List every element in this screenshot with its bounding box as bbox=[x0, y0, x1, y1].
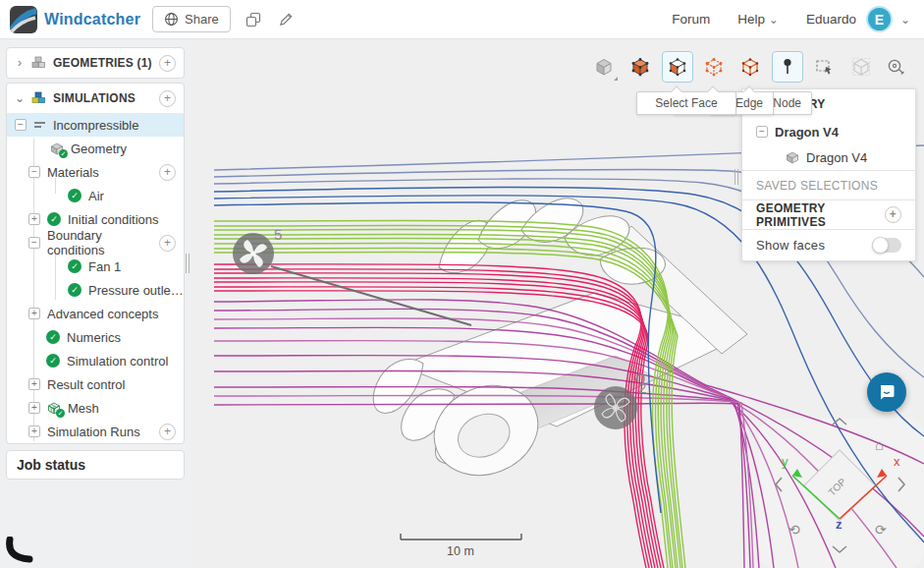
collapse-toggle-icon[interactable]: − bbox=[15, 119, 27, 131]
select-face-tool[interactable] bbox=[662, 51, 693, 83]
tree-item-label: Pressure outle… bbox=[88, 283, 184, 298]
tree-item-simulation-runs[interactable]: + Simulation Runs + bbox=[7, 420, 184, 443]
share-button[interactable]: Share bbox=[152, 6, 231, 32]
probe-point-tool[interactable] bbox=[772, 51, 803, 83]
tooltip-select-face: Select Face bbox=[636, 91, 736, 115]
box-select-icon bbox=[814, 57, 834, 77]
tree-item-label: Result control bbox=[47, 377, 125, 392]
add-primitive-button[interactable]: + bbox=[885, 206, 901, 223]
expand-toggle-icon[interactable]: + bbox=[28, 213, 40, 225]
select-node-tool[interactable] bbox=[734, 51, 766, 83]
user-avatar[interactable]: E bbox=[866, 6, 893, 32]
add-simulation-button[interactable]: + bbox=[159, 90, 176, 107]
rename-project-button[interactable] bbox=[276, 9, 298, 30]
geometry-primitives-header: GEOMETRY PRIMITIVES + bbox=[742, 199, 915, 229]
tree-item-label: Advanced concepts bbox=[47, 307, 158, 321]
select-edge-tool[interactable] bbox=[698, 51, 730, 83]
select-volume-tool[interactable] bbox=[588, 51, 620, 83]
axis-x-label: x bbox=[894, 454, 900, 469]
tree-item-pressure-outlet[interactable]: ✓ Pressure outle… bbox=[7, 278, 184, 302]
select-body-tool[interactable] bbox=[625, 51, 656, 83]
home-view-icon[interactable]: ⌂ bbox=[875, 436, 884, 453]
multi-select-tool-disabled bbox=[845, 51, 877, 83]
panel-resize-handle[interactable] bbox=[734, 169, 735, 185]
fan-marker-5-label: 5 bbox=[274, 226, 282, 243]
help-menu[interactable]: Help ⌄ bbox=[728, 12, 788, 27]
scale-bar-label: 10 m bbox=[447, 544, 474, 558]
share-button-label: Share bbox=[185, 12, 219, 27]
expand-toggle-icon[interactable]: + bbox=[28, 308, 40, 319]
tree-item-mesh[interactable]: + ✓ Mesh bbox=[7, 396, 184, 420]
tree-item-fan-1[interactable]: ✓ Fan 1 bbox=[7, 255, 184, 278]
disabled-cube-icon bbox=[851, 57, 871, 77]
simulations-header[interactable]: SIMULATIONS bbox=[53, 91, 136, 105]
show-faces-label: Show faces bbox=[756, 238, 825, 253]
user-menu-chevron-icon[interactable]: ⌄ bbox=[900, 15, 910, 25]
geometry-cube-icon bbox=[786, 151, 799, 164]
tree-item-materials[interactable]: − Materials + bbox=[7, 160, 184, 184]
geometries-header[interactable]: GEOMETRIES (1) bbox=[53, 56, 152, 70]
tree-item-label: Air bbox=[88, 189, 104, 203]
rotate-ccw-icon[interactable]: ⟲ bbox=[788, 522, 800, 538]
node-cube-icon bbox=[740, 57, 760, 77]
rotate-cw-icon[interactable]: ⟳ bbox=[875, 522, 887, 538]
job-status-panel[interactable]: Job status bbox=[6, 450, 185, 480]
box-select-tool[interactable] bbox=[808, 51, 840, 83]
collapse-toggle-icon[interactable]: − bbox=[756, 126, 768, 138]
tree-item-advanced-concepts[interactable]: + Advanced concepts bbox=[7, 302, 184, 325]
job-status-label: Job status bbox=[17, 457, 85, 473]
tree-item-geometry[interactable]: ✓ Geometry bbox=[7, 137, 184, 160]
app-logo[interactable] bbox=[10, 6, 37, 33]
mesh-icon: ✓ bbox=[47, 402, 61, 415]
check-icon: ✓ bbox=[68, 189, 82, 202]
geometries-icon bbox=[31, 56, 46, 70]
measuring-tape-icon bbox=[886, 57, 905, 77]
geometries-section: › GEOMETRIES (1) + bbox=[6, 47, 185, 79]
add-geometry-button[interactable]: + bbox=[159, 55, 176, 72]
tree-item-label: Boundary conditions bbox=[47, 228, 152, 257]
chevron-down-icon: ⌄ bbox=[769, 13, 779, 27]
geometry-group-row[interactable]: − Dragon V4 bbox=[742, 119, 915, 144]
collapse-toggle-icon[interactable]: − bbox=[28, 237, 40, 249]
expand-toggle-icon[interactable]: + bbox=[28, 402, 40, 414]
tree-item-label: Simulation control bbox=[67, 354, 168, 369]
fan-marker-2-label: 2 bbox=[638, 379, 646, 396]
top-bar-right: Forum Help ⌄ Eduardo E ⌄ bbox=[662, 6, 924, 32]
chevron-right-icon[interactable]: › bbox=[15, 56, 25, 70]
chat-bubble-icon bbox=[877, 382, 897, 402]
user-name: Eduardo bbox=[796, 12, 858, 27]
tree-item-boundary-conditions[interactable]: − Boundary conditions + bbox=[7, 231, 184, 255]
toggle-knob bbox=[872, 237, 889, 254]
project-title[interactable]: Windcatcher bbox=[44, 11, 140, 28]
tree-item-air[interactable]: ✓ Air bbox=[7, 184, 184, 207]
add-material-button[interactable]: + bbox=[159, 164, 176, 181]
tree-item-simulation-control[interactable]: ✓ Simulation control bbox=[7, 349, 184, 372]
support-chat-button[interactable] bbox=[867, 372, 906, 412]
axis-y-label: y bbox=[782, 454, 788, 469]
fan-leader-line bbox=[271, 266, 471, 325]
expand-toggle-icon[interactable]: + bbox=[28, 378, 40, 390]
axis-z-label: z bbox=[836, 517, 842, 532]
collapse-toggle-icon[interactable]: − bbox=[28, 166, 40, 178]
windcatcher-geometry[interactable] bbox=[363, 196, 747, 490]
copy-icon bbox=[245, 12, 261, 28]
show-faces-row: Show faces bbox=[742, 229, 915, 260]
tree-item-label: Mesh bbox=[68, 401, 99, 416]
tree-item-numerics[interactable]: ✓ Numerics bbox=[7, 325, 184, 349]
tree-item-incompressible[interactable]: − Incompressible bbox=[7, 113, 184, 137]
forum-link[interactable]: Forum bbox=[662, 12, 720, 27]
measure-tool[interactable] bbox=[880, 51, 911, 83]
chevron-down-icon[interactable]: ⌄ bbox=[15, 91, 25, 105]
sidebar-resize-handle[interactable] bbox=[186, 254, 187, 273]
tree-item-result-control[interactable]: + Result control bbox=[7, 372, 184, 396]
edge-cube-icon bbox=[704, 57, 724, 77]
add-simulation-run-button[interactable]: + bbox=[159, 424, 176, 440]
copy-project-button[interactable] bbox=[243, 9, 264, 30]
top-bar: Windcatcher Share Forum Help ⌄ bbox=[0, 0, 924, 39]
tree-item-label: Incompressible bbox=[53, 118, 138, 133]
show-faces-toggle[interactable] bbox=[872, 238, 901, 253]
add-boundary-condition-button[interactable]: + bbox=[159, 235, 176, 252]
expand-toggle-icon[interactable]: + bbox=[28, 426, 40, 437]
tree-item-label: Numerics bbox=[67, 330, 121, 345]
geometry-item-row[interactable]: Dragon V4 bbox=[742, 144, 915, 170]
